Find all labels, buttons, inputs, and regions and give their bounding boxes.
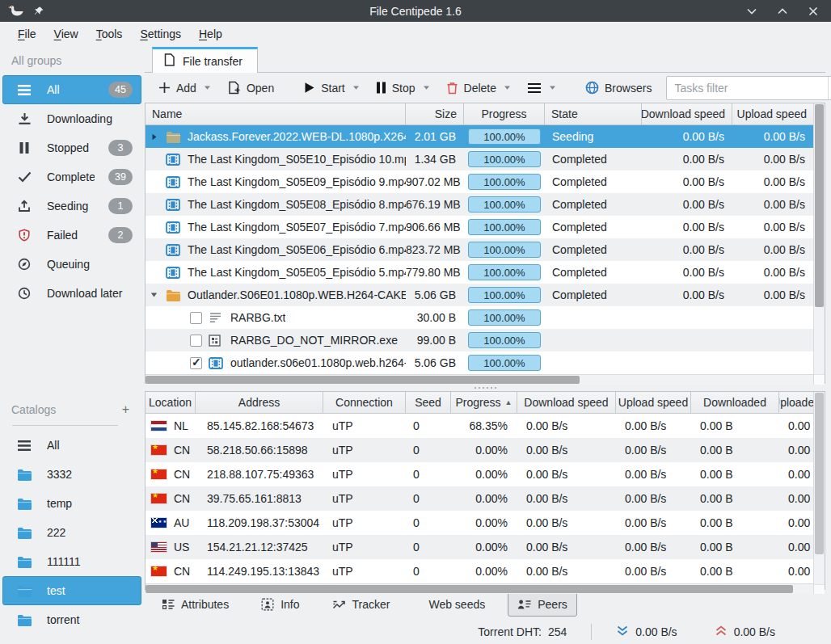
- folder-icon: [166, 130, 181, 143]
- tasks-column-header-upload-speed[interactable]: Upload speed: [732, 103, 813, 124]
- tasks-vertical-scrollbar[interactable]: [813, 103, 825, 385]
- task-row[interactable]: outlander.s06e01.1080p.web.h264-ca⋯5.06 …: [146, 351, 813, 374]
- add-catalog-button[interactable]: +: [122, 402, 129, 417]
- peers-horizontal-scrollbar[interactable]: [146, 583, 813, 594]
- plus-icon: [158, 82, 171, 94]
- peer-row[interactable]: CN39.75.65.161:8813uTP00.00%0.00 B/s0.00…: [146, 486, 813, 511]
- scrollbar-thumb[interactable]: [815, 104, 824, 307]
- peers-column-header-upload-speed[interactable]: Upload speed: [616, 392, 691, 413]
- sidebar-item-all[interactable]: All45: [2, 75, 141, 104]
- menu-tools[interactable]: Tools: [88, 25, 131, 43]
- play-icon: [303, 82, 315, 94]
- catalogs-list: All3332temp222111111testtorrent: [0, 431, 144, 644]
- tasks-column-header-progress[interactable]: Progress: [464, 103, 545, 124]
- task-row[interactable]: The Last Kingdom_S05E10_Episódio 10.mp41…: [146, 148, 813, 170]
- detail-tab-attributes[interactable]: Attributes: [152, 592, 238, 617]
- file-checkbox[interactable]: [190, 312, 202, 324]
- task-row[interactable]: RARBG.txt30.00 B100.00%: [146, 306, 813, 329]
- task-name-label: RARBG_DO_NOT_MIRROR.exe: [230, 334, 398, 347]
- peers-column-header-uploaded[interactable]: Uploaded: [779, 392, 813, 413]
- peer-row[interactable]: AU118.209.198.37:53004uTP00.00%0.00 B/s0…: [146, 511, 813, 535]
- menu-settings[interactable]: Settings: [132, 25, 189, 43]
- peers-column-header-progress[interactable]: Progress▲: [451, 392, 517, 413]
- detail-tab-web-seeds[interactable]: Web seeds: [412, 592, 495, 617]
- menu-view[interactable]: View: [46, 25, 86, 43]
- tasks-horizontal-scrollbar[interactable]: [146, 374, 813, 385]
- sidebar-item-download-later[interactable]: Download later: [2, 279, 141, 308]
- add-button[interactable]: Add: [152, 78, 217, 99]
- catalog-item-test[interactable]: test: [2, 576, 141, 605]
- peer-country-code: CN: [174, 565, 190, 578]
- peers-column-header-address[interactable]: Address: [196, 392, 323, 413]
- peer-row[interactable]: CN218.88.107.75:49363uTP00.00%0.00 B/s0.…: [146, 462, 813, 486]
- peer-downloaded: 0.00 B: [691, 541, 779, 554]
- menu-file[interactable]: File: [10, 25, 44, 43]
- peers-column-header-download-speed[interactable]: Download speed: [517, 392, 616, 413]
- sidebar-item-seeding[interactable]: Seeding1: [2, 192, 141, 221]
- collapse-arrow-icon[interactable]: [149, 292, 159, 298]
- catalog-item-111111[interactable]: 111111: [2, 547, 141, 576]
- column-header-label: Upload speed: [737, 107, 807, 120]
- peers-column-header-connection[interactable]: Connection: [323, 392, 406, 413]
- task-row[interactable]: RARBG_DO_NOT_MIRROR.exe99.00 B100.00%: [146, 329, 813, 351]
- start-button[interactable]: Start: [297, 78, 366, 99]
- sidebar-item-downloading[interactable]: Downloading: [2, 104, 141, 133]
- sidebar-item-completed[interactable]: Completed39: [2, 162, 141, 192]
- task-row[interactable]: The Last Kingdom_S05E08_Episódio 8.mp467…: [146, 193, 813, 216]
- sidebar-item-failed[interactable]: Failed2: [2, 221, 141, 250]
- catalog-item-all[interactable]: All: [2, 431, 141, 460]
- task-row[interactable]: The Last Kingdom_S05E07_Episódio 7.mp490…: [146, 216, 813, 238]
- task-row[interactable]: Jackass.Forever.2022.WEB-DL.1080p.X2642.…: [146, 125, 813, 148]
- task-row[interactable]: The Last Kingdom_S05E05_Episódio 5.mp477…: [146, 261, 813, 284]
- catalog-item-torrent[interactable]: torrent: [2, 605, 141, 634]
- catalog-item-temp[interactable]: temp: [2, 489, 141, 518]
- peer-uploaded: 0.00 B: [779, 444, 813, 457]
- tasks-filter-input[interactable]: [667, 82, 828, 95]
- file-checkbox[interactable]: [190, 357, 202, 369]
- peers-column-header-downloaded[interactable]: Downloaded: [691, 392, 779, 413]
- task-download-speed: 0.00 B/s: [642, 198, 732, 211]
- video-file-icon: [166, 221, 181, 234]
- peers-column-header-seed[interactable]: Seed: [406, 392, 451, 413]
- detail-tab-tracker[interactable]: Tracker: [323, 592, 400, 617]
- delete-button[interactable]: Delete: [440, 78, 517, 99]
- more-menu-button[interactable]: [521, 78, 563, 98]
- peer-row[interactable]: CN58.218.50.66:15898uTP00.00%0.00 B/s0.0…: [146, 438, 813, 462]
- task-row[interactable]: Outlander.S06E01.1080p.WEB.H264-CAKES[r⋯…: [146, 284, 813, 306]
- tab-file-transfer[interactable]: File transfer: [152, 47, 258, 73]
- task-row[interactable]: The Last Kingdom_S05E06_Episódio 6.mp482…: [146, 238, 813, 261]
- filter-dropdown-button[interactable]: [828, 77, 831, 99]
- stop-button[interactable]: Stop: [369, 78, 437, 99]
- expand-arrow-icon[interactable]: [149, 133, 159, 141]
- peers-column-header-location[interactable]: Location: [146, 392, 196, 413]
- open-button[interactable]: Open: [221, 77, 281, 99]
- catalog-item-3332[interactable]: 3332: [2, 460, 141, 489]
- browsers-button[interactable]: Browsers: [579, 77, 658, 99]
- peers-vertical-scrollbar[interactable]: [813, 392, 825, 594]
- scrollbar-thumb[interactable]: [146, 376, 580, 384]
- sidebar-item-queuing[interactable]: Queuing: [2, 250, 141, 279]
- tasks-column-header-state[interactable]: State: [545, 103, 642, 124]
- pin-icon[interactable]: [33, 6, 44, 17]
- peer-upload-speed: 0.00 B/s: [616, 468, 691, 481]
- detail-tab-peers[interactable]: Peers: [508, 592, 577, 617]
- pane-splitter[interactable]: [145, 384, 825, 391]
- tasks-column-header-download-speed[interactable]: Download speed: [642, 103, 732, 124]
- scrollbar-thumb[interactable]: [815, 393, 824, 554]
- close-button[interactable]: [807, 5, 820, 18]
- minimize-button[interactable]: [745, 5, 758, 18]
- peer-row[interactable]: NL85.145.82.168:54673uTP068.35%0.00 B/s0…: [146, 414, 813, 438]
- catalog-item-222[interactable]: 222: [2, 518, 141, 547]
- tasks-column-header-name[interactable]: Name: [146, 103, 406, 124]
- scrollbar-thumb[interactable]: [146, 585, 793, 593]
- detail-tab-info[interactable]: Info: [251, 592, 309, 617]
- task-row[interactable]: The Last Kingdom_S05E09_Episódio 9.mp490…: [146, 170, 813, 193]
- tasks-column-header-size[interactable]: Size: [406, 103, 464, 124]
- peer-row[interactable]: CN114.249.195.13:13843uTP00.00%0.00 B/s0…: [146, 559, 813, 583]
- file-checkbox[interactable]: [190, 335, 202, 347]
- menu-help[interactable]: Help: [191, 25, 230, 43]
- sidebar-item-stopped[interactable]: Stopped3: [2, 133, 141, 162]
- maximize-button[interactable]: [776, 5, 789, 18]
- peer-uploaded: 0.00 B: [779, 492, 813, 505]
- peer-row[interactable]: US154.21.21.12:37425uTP00.00%0.00 B/s0.0…: [146, 535, 813, 559]
